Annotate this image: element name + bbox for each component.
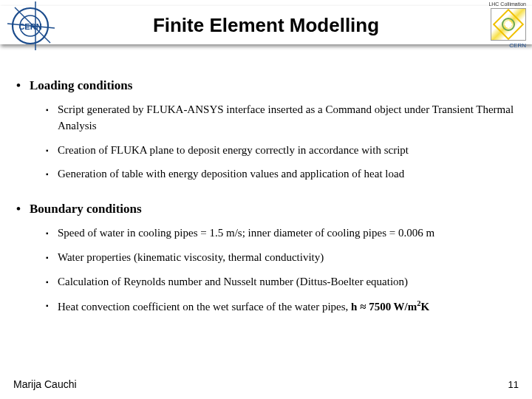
list-item: Generation of table with energy depositi… (46, 166, 516, 183)
author-name: Marija Cauchi (13, 378, 77, 390)
title-bar: Finite Element Modelling (0, 6, 532, 44)
sub-list: Script generated by FLUKA-ANSYS interfac… (46, 102, 516, 183)
list-item: Creation of FLUKA plane to deposit energ… (46, 143, 516, 159)
slide-header: Finite Element Modelling CERN LHC Collim… (0, 0, 532, 58)
sub-list: Speed of water in cooling pipes = 1.5 m/… (46, 225, 516, 316)
list-item-text: Heat convection coefficient on the wet s… (58, 301, 429, 313)
page-number: 11 (508, 379, 519, 390)
list-item: Heat convection coefficient on the wet s… (46, 298, 516, 316)
slide-footer: Marija Cauchi 11 (13, 378, 519, 390)
list-item: Water properties (kinematic viscosity, t… (46, 250, 516, 266)
list-item: Calculation of Reynolds number and Nusse… (46, 274, 516, 290)
list-item: Script generated by FLUKA-ANSYS interfac… (46, 102, 516, 134)
slide-body: Loading conditions Script generated by F… (16, 78, 516, 335)
section-heading: Loading conditions (16, 78, 516, 93)
section-heading: Boundary conditions (16, 202, 516, 216)
collimation-graphic-icon (491, 8, 526, 41)
lhc-collimation-logo-icon: LHC Collimation CERN (473, 1, 526, 53)
slide-title: Finite Element Modelling (153, 14, 379, 37)
logo-right-sub: CERN (473, 42, 526, 49)
list-item: Speed of water in cooling pipes = 1.5 m/… (46, 225, 516, 242)
logo-right-label: LHC Collimation (473, 1, 526, 7)
cern-logo-icon: CERN (4, 0, 56, 52)
cern-logo-text: CERN (18, 22, 41, 31)
